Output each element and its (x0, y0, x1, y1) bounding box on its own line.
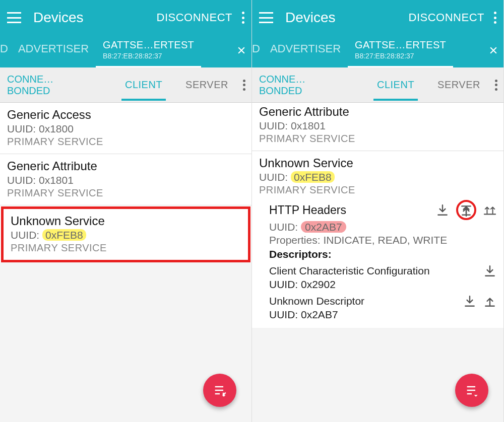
descriptor-name: Client Characteristic Configuration (269, 265, 483, 277)
service-type: PRIMARY SERVICE (7, 136, 244, 148)
descriptor-item-ccc[interactable]: Client Characteristic Configuration (252, 263, 503, 278)
service-type: PRIMARY SERVICE (259, 133, 496, 145)
download-icon[interactable] (463, 295, 476, 308)
fab-button[interactable] (203, 374, 236, 407)
descriptor-name: Unknown Descriptor (269, 295, 463, 307)
tab-client[interactable]: CLIENT (368, 69, 423, 101)
characteristic-uuid-line: UUID: 0x2AB7 (269, 221, 496, 233)
menu-icon[interactable] (7, 12, 21, 23)
descriptor-uuid-line: UUID: 0x2902 (252, 278, 503, 294)
sub-tab-bar: CONNE… BONDED CLIENT SERVER (0, 67, 251, 103)
more-icon[interactable] (241, 12, 244, 24)
service-item-unknown[interactable]: Unknown Service UUID: 0xFEB8 PRIMARY SER… (252, 151, 503, 198)
service-item-generic-attribute[interactable]: Generic Attribute UUID: 0x1801 PRIMARY S… (252, 103, 503, 151)
connection-status[interactable]: CONNE… BONDED (0, 69, 60, 101)
subtab-more-icon[interactable] (494, 80, 497, 91)
fab-button[interactable] (455, 374, 488, 407)
disconnect-button[interactable]: DISCONNECT (157, 11, 232, 24)
download-icon[interactable] (483, 264, 496, 277)
close-tab-icon[interactable] (236, 45, 246, 57)
top-tab-bar: D ADVERTISER GATTSE…ERTEST B8:27:EB:28:8… (252, 35, 503, 67)
service-item-generic-access[interactable]: Generic Access UUID: 0x1800 PRIMARY SERV… (0, 103, 251, 154)
tab-device[interactable]: GATTSE…ERTEST B8:27:EB:28:82:37 (96, 35, 201, 67)
service-item-generic-attribute[interactable]: Generic Attribute UUID: 0x1801 PRIMARY S… (0, 154, 251, 205)
sub-tab-bar: CONNE… BONDED CLIENT SERVER (252, 67, 503, 103)
tab-device[interactable]: GATTSE…ERTEST B8:27:EB:28:82:37 (348, 35, 453, 67)
svg-marker-0 (222, 395, 226, 397)
tab-partial[interactable]: D (0, 35, 11, 67)
app-bar: Devices DISCONNECT (252, 0, 503, 35)
service-uuid-line: UUID: 0x1800 (7, 123, 244, 135)
device-mac: B8:27:EB:28:82:37 (355, 52, 414, 60)
tab-advertiser[interactable]: ADVERTISER (263, 35, 348, 67)
subtab-more-icon[interactable] (242, 80, 245, 91)
connection-status[interactable]: CONNE… BONDED (252, 69, 312, 101)
service-name: Generic Attribute (7, 159, 244, 173)
svg-marker-1 (474, 395, 478, 397)
service-name: Unknown Service (259, 156, 496, 170)
more-icon[interactable] (493, 12, 496, 24)
conn-line2: BONDED (259, 85, 305, 97)
app-title: Devices (33, 10, 157, 26)
top-tab-bar: D ADVERTISER GATTSE…ERTEST B8:27:EB:28:8… (0, 35, 251, 67)
device-name: GATTSE…ERTEST (103, 39, 194, 51)
characteristic-properties: Properties: INDICATE, READ, WRITE (269, 234, 496, 246)
tab-server[interactable]: SERVER (428, 69, 489, 101)
left-screenshot: Devices DISCONNECT D ADVERTISER GATTSE…E… (0, 0, 252, 422)
close-tab-icon[interactable] (488, 45, 498, 57)
device-name: GATTSE…ERTEST (355, 39, 446, 51)
descriptor-item-unknown[interactable]: Unknown Descriptor (252, 294, 503, 309)
service-item-unknown[interactable]: Unknown Service UUID: 0xFEB8 PRIMARY SER… (1, 206, 250, 262)
upload-icon-highlighted[interactable] (456, 200, 476, 220)
service-name: Unknown Service (11, 214, 241, 228)
conn-line2: BONDED (7, 85, 53, 97)
conn-line1: CONNE… (259, 74, 305, 85)
service-name: Generic Access (7, 108, 244, 122)
service-uuid-line: UUID: 0xFEB8 (11, 229, 241, 241)
upload-icon[interactable] (483, 295, 496, 308)
descriptors-label: Descriptors: (269, 248, 496, 260)
disconnect-button[interactable]: DISCONNECT (409, 11, 484, 24)
service-uuid-line: UUID: 0x1801 (259, 120, 496, 132)
download-icon[interactable] (436, 203, 449, 217)
service-list: Generic Access UUID: 0x1800 PRIMARY SERV… (0, 103, 251, 262)
service-type: PRIMARY SERVICE (11, 242, 241, 254)
service-type: PRIMARY SERVICE (7, 187, 244, 199)
double-upload-icon[interactable] (483, 203, 496, 217)
service-uuid-line: UUID: 0xFEB8 (259, 171, 496, 183)
characteristic-name: HTTP Headers (269, 203, 436, 217)
descriptor-uuid-line: UUID: 0x2AB7 (252, 309, 503, 328)
right-screenshot: Devices DISCONNECT D ADVERTISER GATTSE…E… (252, 0, 504, 422)
tab-client[interactable]: CLIENT (116, 69, 171, 101)
characteristic-item[interactable]: HTTP Headers UUID: 0x2AB7 (252, 198, 503, 263)
service-type: PRIMARY SERVICE (259, 184, 496, 196)
menu-icon[interactable] (259, 12, 273, 23)
service-list: Generic Attribute UUID: 0x1801 PRIMARY S… (252, 103, 503, 328)
tab-partial[interactable]: D (252, 35, 263, 67)
app-title: Devices (285, 10, 409, 26)
tab-advertiser[interactable]: ADVERTISER (11, 35, 96, 67)
tab-server[interactable]: SERVER (176, 69, 237, 101)
service-name: Generic Attribute (259, 105, 496, 119)
app-bar: Devices DISCONNECT (0, 0, 251, 35)
device-mac: B8:27:EB:28:82:37 (103, 52, 162, 60)
uuid-highlight-pink: 0x2AB7 (301, 221, 346, 233)
uuid-highlight: 0xFEB8 (42, 229, 86, 241)
service-uuid-line: UUID: 0x1801 (7, 174, 244, 186)
uuid-highlight: 0xFEB8 (291, 171, 335, 183)
conn-line1: CONNE… (7, 74, 53, 85)
